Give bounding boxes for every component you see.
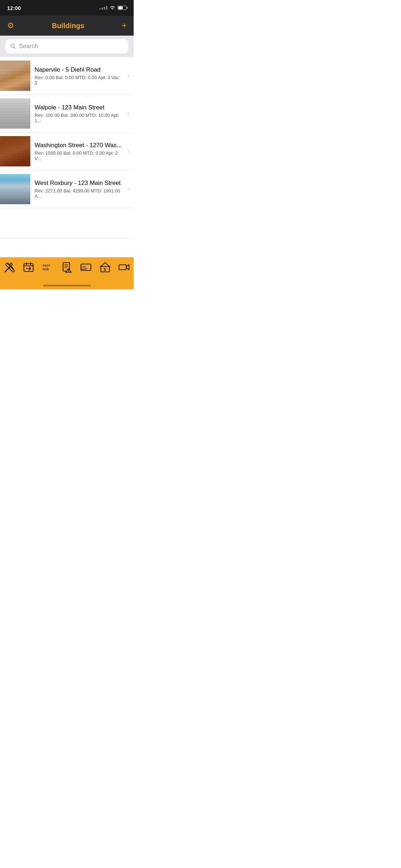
building-name: Washington Street - 1270 Was...	[35, 142, 124, 149]
reports-icon	[61, 262, 73, 273]
building-subtitle: Rev: 2271.00 Bal: 4299.00 MTD: 1901.00 A…	[35, 188, 124, 199]
building-name: West Roxbury - 123 Main Street	[35, 180, 124, 187]
tab-past-due[interactable]: PAST DUE	[38, 262, 57, 273]
add-building-button[interactable]: +	[122, 21, 127, 30]
search-icon	[10, 43, 16, 49]
building-item-westRoxbury[interactable]: West Roxbury - 123 Main Street Rev: 2271…	[0, 170, 134, 208]
building-item-washington[interactable]: Washington Street - 1270 Was... Rev: 155…	[0, 133, 134, 170]
building-thumbnail	[0, 61, 30, 91]
svg-text:PAST: PAST	[43, 264, 50, 267]
building-subtitle: Rev: 100.00 Bal: 390.00 MTD: 10.00 Apt: …	[35, 113, 124, 123]
for-rent-icon: FOR RENT	[80, 262, 92, 273]
svg-line-1	[14, 47, 16, 49]
chevron-right-icon: ›	[127, 185, 134, 193]
battery-icon	[118, 6, 127, 10]
svg-text:RENT: RENT	[82, 268, 88, 270]
svg-line-6	[5, 269, 8, 272]
building-subtitle: Rev: 0.00 Bal: 0.00 MTD: 0.00 Apt: 3 Vac…	[35, 75, 124, 86]
tab-camera[interactable]	[114, 262, 134, 273]
empty-row	[0, 208, 134, 238]
settings-button[interactable]: ⚙	[7, 21, 14, 30]
status-bar: 12:00	[0, 0, 134, 16]
status-icons	[99, 6, 127, 10]
building-thumbnail	[0, 98, 30, 129]
search-area: Search	[0, 36, 134, 57]
building-subtitle: Rev: 1550.00 Bal: 0.00 MTD: 0.00 Apt: 2 …	[35, 150, 124, 161]
page-title: Buildings	[52, 22, 84, 30]
home-indicator	[43, 285, 91, 286]
building-name: Walpole - 123 Main Street	[35, 104, 124, 111]
svg-text:DUE: DUE	[43, 268, 49, 271]
building-list: Napervile - 5 Diehl Road Rev: 0.00 Bal: …	[0, 57, 134, 289]
wifi-icon	[109, 6, 115, 10]
svg-point-20	[68, 272, 69, 272]
building-info: Washington Street - 1270 Was... Rev: 155…	[30, 142, 127, 161]
building-thumbnail	[0, 136, 30, 166]
search-bar[interactable]: Search	[5, 39, 128, 53]
calendar-icon	[23, 262, 34, 273]
chevron-right-icon: ›	[127, 110, 134, 117]
tab-finance[interactable]: $	[96, 262, 115, 273]
tab-calendar[interactable]	[19, 262, 38, 273]
chevron-right-icon: ›	[127, 148, 134, 155]
tab-for-rent[interactable]: FOR RENT	[76, 262, 96, 273]
tools-icon	[4, 262, 15, 273]
svg-text:$: $	[104, 267, 106, 272]
building-info: West Roxbury - 123 Main Street Rev: 2271…	[30, 180, 127, 199]
building-item-naperville[interactable]: Napervile - 5 Diehl Road Rev: 0.00 Bal: …	[0, 57, 134, 95]
nav-bar: ⚙ Buildings +	[0, 16, 134, 36]
tab-reports[interactable]	[57, 262, 77, 273]
building-info: Walpole - 123 Main Street Rev: 100.00 Ba…	[30, 104, 127, 123]
building-item-walpole[interactable]: Walpole - 123 Main Street Rev: 100.00 Ba…	[0, 95, 134, 133]
camera-icon	[118, 262, 130, 273]
past-due-icon: PAST DUE	[42, 262, 53, 273]
svg-rect-27	[119, 265, 126, 270]
tab-tools[interactable]	[0, 262, 19, 273]
building-thumbnail	[0, 174, 30, 204]
status-time: 12:00	[7, 5, 21, 11]
chevron-right-icon: ›	[127, 72, 134, 79]
building-info: Napervile - 5 Diehl Road Rev: 0.00 Bal: …	[30, 66, 127, 86]
svg-rect-7	[24, 264, 33, 272]
building-name: Napervile - 5 Diehl Road	[35, 66, 124, 73]
signal-icon	[99, 6, 107, 10]
search-input[interactable]: Search	[19, 43, 38, 50]
finance-icon: $	[99, 262, 111, 273]
